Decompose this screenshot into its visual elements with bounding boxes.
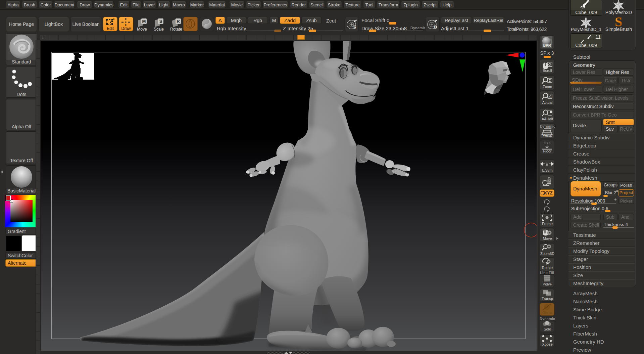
- svg-text:11: 11: [595, 34, 601, 40]
- svg-text:y: y: [549, 200, 550, 203]
- svg-text:S: S: [159, 19, 162, 24]
- svg-text:D: D: [434, 25, 437, 30]
- svg-text:S: S: [615, 16, 622, 27]
- svg-text:M: M: [142, 19, 146, 24]
- svg-text:z: z: [549, 207, 550, 210]
- svg-text:C: C: [548, 180, 550, 182]
- svg-text:S: S: [353, 25, 356, 30]
- svg-text:x1: x1: [548, 95, 552, 98]
- svg-text:BPR: BPR: [543, 43, 551, 47]
- svg-text:R: R: [177, 19, 180, 24]
